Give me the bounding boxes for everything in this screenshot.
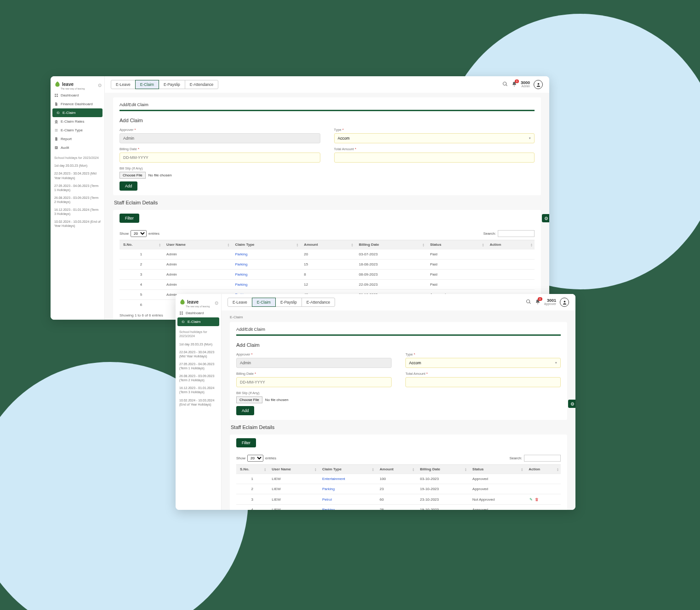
table-row: 3LIEWPetrol6023-10-2023Not Approved✎🗑 xyxy=(236,494,561,505)
cell-amount: 23 xyxy=(376,484,416,494)
logo-tagline: The new way of leaving xyxy=(186,305,210,308)
page-length-select[interactable]: 20 xyxy=(247,455,263,462)
settings-fab[interactable]: ⚙ xyxy=(542,214,549,222)
add-button[interactable]: Add xyxy=(236,406,254,415)
sidebar-item-e-claim-type[interactable]: E-Claim Type xyxy=(51,126,104,135)
col-amount[interactable]: Amount▲▼ xyxy=(376,465,416,474)
amount-input[interactable] xyxy=(405,377,561,387)
sidebar-item-dashboard[interactable]: Dashboard xyxy=(51,91,104,100)
choose-file-button[interactable]: Choose File xyxy=(236,396,262,403)
slip-label: Bill Slip (If Any) xyxy=(120,166,535,170)
sort-icon: ▲▼ xyxy=(314,468,317,471)
tab-e-leave[interactable]: E-Leave xyxy=(228,298,252,307)
amount-input[interactable] xyxy=(334,152,535,163)
cell-status: Paid xyxy=(427,280,486,290)
cell-user: Admin xyxy=(163,260,231,270)
app-window-approver: ⚙ leave The new way of leaving ⊙ Dashboa… xyxy=(176,294,575,510)
col-claim-type[interactable]: Claim Type▲▼ xyxy=(319,465,376,474)
sidebar-item-e-claim-rates[interactable]: E-Claim Rates xyxy=(51,117,104,126)
filter-button[interactable]: Filter xyxy=(120,214,139,223)
sidebar-item-report[interactable]: Report xyxy=(51,135,104,143)
col-status[interactable]: Status▲▼ xyxy=(427,240,486,249)
holiday-note: 10.02.2024 - 10.03.2024 (End of Year Hol… xyxy=(51,218,104,230)
logo-text: leave xyxy=(62,82,74,87)
type-label: Type xyxy=(334,128,535,132)
sidebar-item-audit[interactable]: Audit xyxy=(51,143,104,152)
sidebar-collapse-icon[interactable]: ⊙ xyxy=(215,300,218,305)
panel-title: Add/Edit Claim xyxy=(120,102,535,111)
user-role: Admin xyxy=(521,85,530,88)
search-input[interactable] xyxy=(498,230,535,237)
sort-icon: ▲▼ xyxy=(296,243,298,247)
cell-type[interactable]: Parking xyxy=(231,280,300,290)
avatar[interactable] xyxy=(534,80,543,89)
amount-label: Total Amount xyxy=(334,147,535,151)
col-status[interactable]: Status▲▼ xyxy=(469,465,525,474)
sidebar-item-e-claim[interactable]: E-Claim xyxy=(52,108,102,117)
tab-e-attendance[interactable]: E-Attendance xyxy=(302,298,336,307)
holiday-note: 10.02.2024 - 10.03.2024 (End of Year Hol… xyxy=(176,396,221,408)
filter-button[interactable]: Filter xyxy=(236,438,256,447)
delete-icon[interactable]: 🗑 xyxy=(535,497,539,502)
app-window-admin: ⚙ leave The new way of leaving ⊙ Dashboa… xyxy=(51,76,549,320)
col-s-no-[interactable]: S.No.▲▼ xyxy=(236,465,268,474)
search-icon[interactable] xyxy=(526,299,531,305)
grid-icon xyxy=(179,311,183,315)
settings-fab[interactable]: ⚙ xyxy=(568,400,575,408)
sidebar-item-e-claim[interactable]: E-Claim xyxy=(177,317,219,326)
sort-icon: ▲▼ xyxy=(521,468,523,471)
sidebar-item-dashboard[interactable]: Dashboard xyxy=(176,309,221,317)
type-select[interactable] xyxy=(405,358,561,368)
col-action[interactable]: Action▲▼ xyxy=(486,240,535,249)
tab-e-payslip[interactable]: E-Payslip xyxy=(275,298,302,307)
cell-action xyxy=(486,260,535,270)
sidebar-collapse-icon[interactable]: ⊙ xyxy=(98,83,102,88)
cell-type[interactable]: Parking xyxy=(231,270,300,280)
edit-icon[interactable]: ✎ xyxy=(529,497,533,502)
tab-e-leave[interactable]: E-Leave xyxy=(111,80,136,89)
col-billing-date[interactable]: Billing Date▲▼ xyxy=(416,465,469,474)
user-info: 3001 Approver xyxy=(544,299,556,306)
tab-e-claim[interactable]: E-Claim xyxy=(135,80,159,89)
bell-icon[interactable]: 0 xyxy=(535,299,541,305)
col-action[interactable]: Action▲▼ xyxy=(525,465,561,474)
billing-date-input[interactable] xyxy=(120,152,320,163)
cell-type[interactable]: Petrol xyxy=(319,494,376,505)
sidebar-item-finance-dashboard[interactable]: Finance Dashboard xyxy=(51,100,104,108)
bell-icon[interactable]: 0 xyxy=(512,81,517,88)
tab-e-claim[interactable]: E-Claim xyxy=(252,298,276,307)
cell-sno: 3 xyxy=(236,494,268,505)
tab-e-attendance[interactable]: E-Attendance xyxy=(185,80,219,89)
cell-type[interactable]: Parking xyxy=(231,249,300,260)
sort-icon: ▲▼ xyxy=(482,243,484,247)
cell-type[interactable]: Entertainment xyxy=(319,474,376,484)
logo-text: leave xyxy=(187,299,199,305)
cell-type[interactable]: Parking xyxy=(319,484,376,494)
tab-e-payslip[interactable]: E-Payslip xyxy=(159,80,185,89)
user-info: 3000 Admin xyxy=(521,81,530,88)
billing-date-input[interactable] xyxy=(236,377,392,387)
cell-type[interactable]: Parking xyxy=(319,505,376,510)
cell-type[interactable]: Parking xyxy=(231,260,300,270)
col-amount[interactable]: Amount▲▼ xyxy=(300,240,355,249)
avatar[interactable] xyxy=(560,298,569,307)
col-s-no-[interactable]: S.No.▲▼ xyxy=(120,240,163,249)
holiday-note: 16.12.2023 - 01.01.2024 (Term 3 Holidays… xyxy=(176,384,221,396)
col-claim-type[interactable]: Claim Type▲▼ xyxy=(231,240,300,249)
page-length-select[interactable]: 20 xyxy=(131,230,147,237)
col-user-name[interactable]: User Name▲▼ xyxy=(268,465,319,474)
col-billing-date[interactable]: Billing Date▲▼ xyxy=(355,240,427,249)
logo-tagline: The new way of leaving xyxy=(61,87,85,90)
table-row: 4AdminParking1222-09-2023Paid xyxy=(120,280,535,290)
choose-file-button[interactable]: Choose File xyxy=(120,172,146,179)
cell-user: LIEW xyxy=(268,494,319,505)
col-user-name[interactable]: User Name▲▼ xyxy=(163,240,231,249)
add-button[interactable]: Add xyxy=(120,181,137,191)
search-input[interactable] xyxy=(524,455,561,462)
svg-point-0 xyxy=(537,83,539,85)
no-file-text: No file chosen xyxy=(148,173,172,177)
check-icon xyxy=(54,146,58,150)
cell-date: 08-09-2023 xyxy=(355,270,427,280)
search-icon[interactable] xyxy=(502,81,508,88)
type-select[interactable] xyxy=(334,133,535,143)
